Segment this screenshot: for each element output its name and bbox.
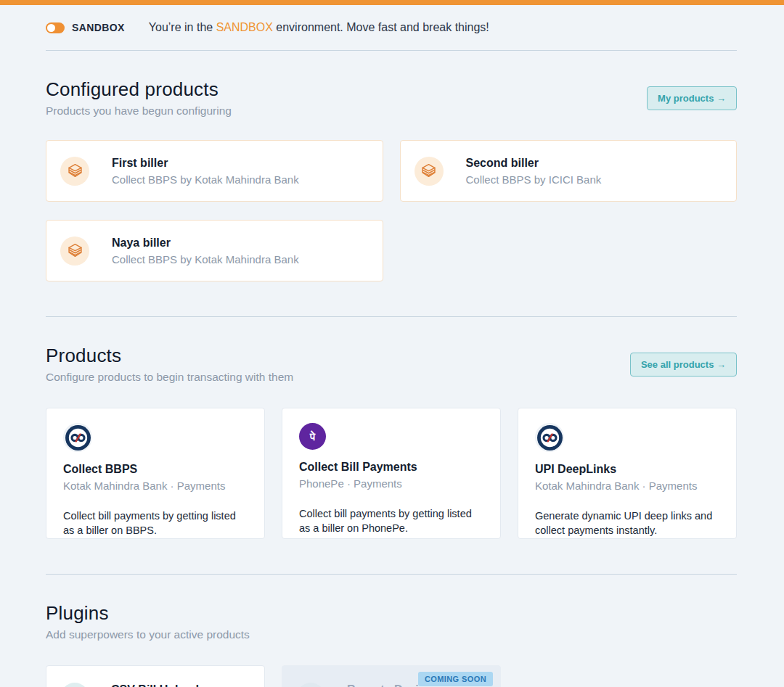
plugins-subtitle: Add superpowers to your active products	[46, 628, 250, 641]
sandbox-message-env: SANDBOX	[216, 21, 273, 33]
products-subtitle: Configure products to begin transacting …	[46, 371, 293, 384]
sandbox-label: SANDBOX	[72, 22, 125, 33]
configured-products-grid: First biller Collect BBPS by Kotak Mahin…	[46, 140, 737, 281]
biller-subtitle: Collect BBPS by Kotak Mahindra Bank	[112, 173, 299, 186]
kotak-bank-logo-icon	[535, 423, 564, 452]
plugin-card-reports-designer: COMING SOON Reports Designer Create cust…	[282, 665, 501, 687]
biller-subtitle: Collect BBPS by ICICI Bank	[466, 173, 602, 186]
product-provider: Kotak Mahindra Bank · Payments	[535, 480, 719, 492]
phonepe-logo-icon: पे	[299, 423, 326, 450]
product-title: Collect Bill Payments	[299, 461, 483, 474]
biller-title: Naya biller	[112, 236, 299, 250]
product-title: UPI DeepLinks	[535, 463, 719, 476]
product-provider: Kotak Mahindra Bank · Payments	[63, 480, 248, 492]
toggle-knob	[47, 24, 55, 32]
section-divider	[46, 574, 737, 575]
biller-title: Second biller	[466, 157, 602, 170]
package-cube-icon	[60, 157, 89, 186]
plugins-title: Plugins	[46, 602, 250, 625]
product-card-collect-bbps[interactable]: Collect BBPS Kotak Mahindra Bank · Payme…	[46, 408, 265, 539]
top-accent-bar	[0, 0, 784, 5]
banner-divider	[46, 50, 737, 51]
products-grid: Collect BBPS Kotak Mahindra Bank · Payme…	[46, 408, 737, 539]
biller-subtitle: Collect BBPS by Kotak Mahindra Bank	[112, 253, 299, 266]
products-title: Products	[46, 345, 293, 367]
package-cube-icon	[415, 157, 444, 186]
biller-card-second[interactable]: Second biller Collect BBPS by ICICI Bank	[400, 140, 738, 202]
sandbox-message-prefix: You’re in the	[149, 21, 216, 33]
biller-card-first[interactable]: First biller Collect BBPS by Kotak Mahin…	[46, 140, 383, 202]
product-card-upi-deeplinks[interactable]: UPI DeepLinks Kotak Mahindra Bank · Paym…	[518, 408, 737, 539]
see-all-products-button[interactable]: See all products →	[630, 353, 737, 377]
package-cube-icon	[60, 236, 89, 266]
kotak-bank-logo-icon	[63, 423, 92, 452]
sandbox-banner: SANDBOX You’re in the SANDBOX environmen…	[46, 21, 737, 34]
configured-products-subtitle: Products you have begun configuring	[46, 104, 232, 118]
my-products-button[interactable]: My products →	[647, 86, 737, 110]
sandbox-message-suffix: environment. Move fast and break things!	[273, 21, 489, 33]
coming-soon-badge: COMING SOON	[418, 672, 493, 686]
product-title: Collect BBPS	[63, 463, 248, 476]
configured-products-title: Configured products	[46, 78, 232, 101]
product-card-collect-bill-payments[interactable]: पे Collect Bill Payments PhonePe · Payme…	[282, 408, 501, 539]
plug-icon	[61, 683, 89, 687]
plugin-title: CSV Bill Upload	[111, 683, 250, 687]
plugin-card-csv-bill-upload[interactable]: CSV Bill Upload Upload your bills in CSV…	[46, 665, 265, 687]
sandbox-message: You’re in the SANDBOX environment. Move …	[149, 21, 489, 34]
biller-card-naya[interactable]: Naya biller Collect BBPS by Kotak Mahind…	[46, 220, 383, 281]
plug-icon	[297, 683, 324, 687]
product-provider: PhonePe · Payments	[299, 477, 483, 490]
product-description: Generate dynamic UPI deep links and coll…	[535, 509, 719, 538]
product-description: Collect bill payments by getting listed …	[299, 506, 483, 535]
biller-title: First biller	[112, 157, 299, 170]
product-description: Collect bill payments by getting listed …	[63, 509, 248, 538]
plugins-grid: CSV Bill Upload Upload your bills in CSV…	[46, 665, 737, 687]
sandbox-toggle[interactable]	[46, 22, 65, 33]
section-divider	[46, 316, 737, 317]
